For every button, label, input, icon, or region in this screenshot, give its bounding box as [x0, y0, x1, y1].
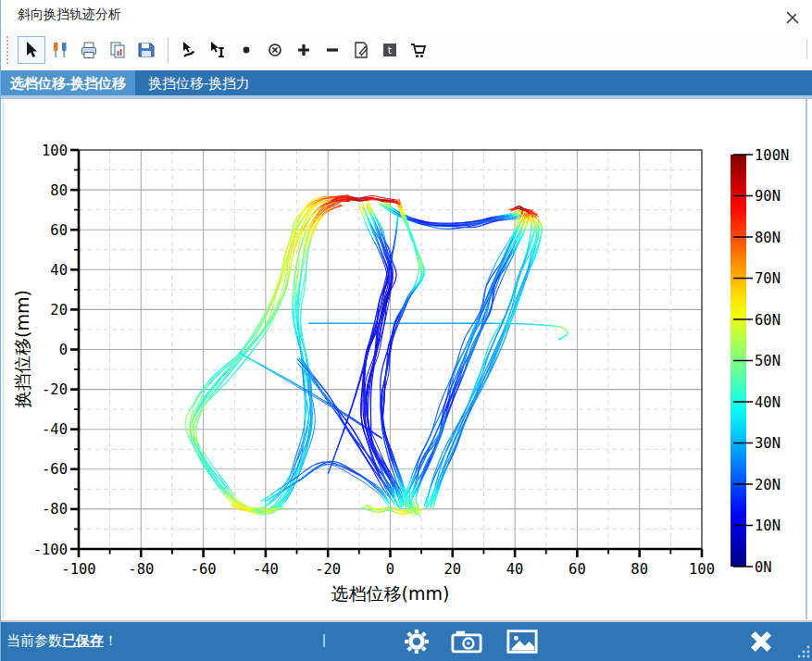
print-button[interactable] [75, 36, 103, 64]
tools-icon [50, 40, 70, 60]
cursor-curve-icon [179, 40, 199, 60]
image-icon [506, 629, 538, 655]
chevron-down-icon[interactable] [793, 10, 804, 17]
save-icon [136, 40, 156, 60]
window-resize-grip[interactable] [796, 644, 811, 659]
measure-tools-button[interactable] [46, 36, 74, 64]
copy-report-button[interactable] [104, 36, 131, 64]
export-cart-button[interactable] [405, 36, 432, 64]
pan-cursor-button[interactable] [175, 36, 203, 64]
app-window: 斜向换挡轨迹分析 [0, 0, 812, 661]
gear-icon [403, 628, 431, 655]
title-bar: 斜向换挡轨迹分析 [1, 0, 812, 30]
window-title: 斜向换挡轨迹分析 [18, 6, 121, 23]
toolbar: t [1, 30, 812, 70]
zoom-in-button[interactable] [290, 36, 318, 64]
zoom-out-button[interactable] [319, 36, 346, 64]
tab-shift-displacement-vs-force[interactable]: 换挡位移-换挡力 [135, 70, 263, 95]
status-suffix: ！ [104, 632, 118, 648]
status-text: 当前参数已保存！ [6, 632, 118, 650]
plus-icon [294, 40, 314, 60]
close-bold-icon [749, 630, 773, 654]
select-cursor-button[interactable] [18, 36, 45, 64]
camera-icon [451, 629, 482, 655]
status-bar: 当前参数已保存！ | [1, 620, 812, 661]
cart-icon [408, 40, 429, 60]
toolbar-grip[interactable] [6, 36, 12, 64]
circle-x-icon [265, 40, 285, 60]
point-marker-button[interactable] [232, 36, 260, 64]
panel-close-button[interactable] [745, 627, 777, 656]
save-button[interactable] [132, 36, 160, 64]
export-image-button[interactable] [506, 627, 538, 656]
status-separator: | [322, 631, 326, 647]
text-label-button[interactable]: t [376, 36, 404, 64]
tab-bar: 选档位移-换挡位移 换挡位移-换挡力 [1, 70, 812, 95]
text-cursor-button[interactable] [204, 36, 231, 64]
edit-annotation-button[interactable] [347, 36, 375, 64]
svg-text:t: t [388, 44, 393, 56]
tab-select-vs-shift-displacement[interactable]: 选档位移-换挡位移 [1, 70, 135, 95]
dot-icon [236, 40, 256, 60]
settings-button[interactable] [401, 627, 432, 656]
resize-grip-icon [796, 644, 811, 659]
saved-link[interactable]: 已保存 [62, 632, 104, 648]
cursor-text-icon [207, 40, 228, 60]
printer-icon [79, 40, 99, 60]
cursor-icon [21, 40, 42, 60]
edit-page-icon [351, 40, 371, 60]
minus-icon [322, 40, 343, 60]
snapshot-button[interactable] [451, 627, 482, 656]
copy-icon [107, 40, 128, 60]
toolbar-separator [168, 38, 169, 62]
delete-point-button[interactable] [261, 36, 289, 64]
status-prefix: 当前参数 [6, 632, 62, 648]
toolbar-end-separator [806, 39, 807, 59]
chart-panel [3, 99, 807, 619]
text-box-icon: t [380, 40, 400, 60]
